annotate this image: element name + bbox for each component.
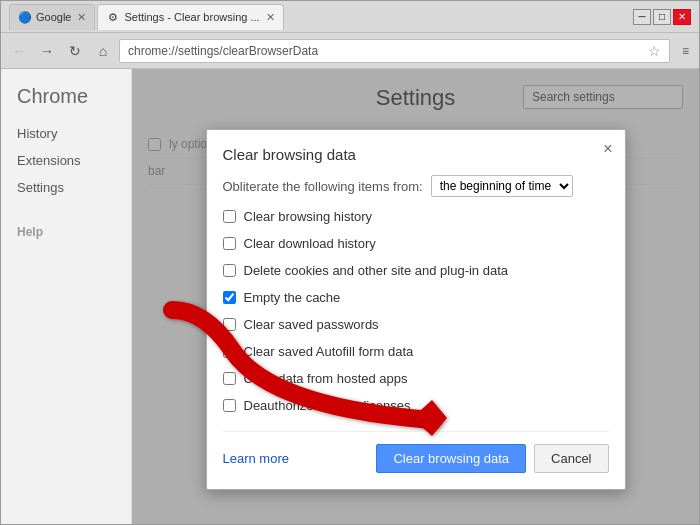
label-clear-passwords: Clear saved passwords (244, 317, 379, 332)
label-empty-cache: Empty the cache (244, 290, 341, 305)
menu-button[interactable]: ≡ (678, 42, 693, 60)
checkbox-deauthorize[interactable] (223, 399, 236, 412)
window-controls: ─ □ ✕ (633, 9, 691, 25)
clear-browsing-dialog: Clear browsing data × Obliterate the fol… (206, 129, 626, 490)
maximize-button[interactable]: □ (653, 9, 671, 25)
address-text: chrome://settings/clearBrowserData (128, 44, 644, 58)
checkbox-empty-cache[interactable] (223, 291, 236, 304)
checkbox-clear-passwords[interactable] (223, 318, 236, 331)
browser-menu-buttons: ≡ (678, 42, 693, 60)
time-range-select[interactable]: the beginning of time past hour past day… (431, 175, 573, 197)
tab-google[interactable]: 🔵 Google ✕ (9, 4, 95, 30)
time-range-row: Obliterate the following items from: the… (223, 175, 609, 197)
checkbox-clear-autofill[interactable] (223, 345, 236, 358)
sidebar-item-settings[interactable]: Settings (1, 174, 131, 201)
minimize-button[interactable]: ─ (633, 9, 651, 25)
tab-settings-label: Settings - Clear browsing ... (124, 11, 259, 23)
tab-settings[interactable]: ⚙ Settings - Clear browsing ... ✕ (97, 4, 283, 30)
dialog-title: Clear browsing data (223, 146, 609, 163)
checkbox-clear-hosted[interactable] (223, 372, 236, 385)
label-clear-hosted: Clear data from hosted apps (244, 371, 408, 386)
back-button[interactable]: ← (7, 39, 31, 63)
checkbox-row-passwords: Clear saved passwords (223, 315, 609, 334)
checkbox-row-cache: Empty the cache (223, 288, 609, 307)
dialog-close-button[interactable]: × (603, 140, 612, 158)
close-window-button[interactable]: ✕ (673, 9, 691, 25)
sidebar-title: Chrome (1, 85, 131, 120)
label-delete-cookies: Delete cookies and other site and plug-i… (244, 263, 509, 278)
forward-button[interactable]: → (35, 39, 59, 63)
bookmark-icon[interactable]: ☆ (648, 43, 661, 59)
checkbox-row-autofill: Clear saved Autofill form data (223, 342, 609, 361)
sidebar-item-extensions[interactable]: Extensions (1, 147, 131, 174)
main-panel: Settings ly optionally disable bar Clear… (131, 69, 699, 524)
tab-google-close[interactable]: ✕ (77, 11, 86, 24)
sidebar-help-label: Help (1, 217, 131, 243)
sidebar-item-history[interactable]: History (1, 120, 131, 147)
obliterate-label: Obliterate the following items from: (223, 179, 423, 194)
clear-browsing-data-button[interactable]: Clear browsing data (376, 444, 526, 473)
cancel-button[interactable]: Cancel (534, 444, 608, 473)
sidebar: Chrome History Extensions Settings Help (1, 69, 131, 524)
checkbox-row-history: Clear browsing history (223, 207, 609, 226)
checkbox-row-download: Clear download history (223, 234, 609, 253)
home-button[interactable]: ⌂ (91, 39, 115, 63)
checkbox-delete-cookies[interactable] (223, 264, 236, 277)
sidebar-nav: History Extensions Settings (1, 120, 131, 201)
tab-settings-close[interactable]: ✕ (266, 11, 275, 24)
title-bar: 🔵 Google ✕ ⚙ Settings - Clear browsing .… (1, 1, 699, 33)
checkbox-row-hosted: Clear data from hosted apps (223, 369, 609, 388)
dialog-buttons: Clear browsing data Cancel (376, 444, 608, 473)
settings-tab-icon: ⚙ (106, 10, 120, 24)
content-area: Chrome History Extensions Settings Help … (1, 69, 699, 524)
label-clear-autofill: Clear saved Autofill form data (244, 344, 414, 359)
label-clear-history: Clear browsing history (244, 209, 373, 224)
label-clear-download: Clear download history (244, 236, 376, 251)
checkbox-clear-download[interactable] (223, 237, 236, 250)
browser-frame: 🔵 Google ✕ ⚙ Settings - Clear browsing .… (0, 0, 700, 525)
dialog-footer: Learn more Clear browsing data Cancel (223, 431, 609, 473)
checkbox-row-cookies: Delete cookies and other site and plug-i… (223, 261, 609, 280)
reload-button[interactable]: ↻ (63, 39, 87, 63)
google-icon: 🔵 (18, 10, 32, 24)
checkbox-clear-history[interactable] (223, 210, 236, 223)
checkbox-row-deauth: Deauthorize content licenses (223, 396, 609, 415)
tab-google-label: Google (36, 11, 71, 23)
label-deauthorize: Deauthorize content licenses (244, 398, 411, 413)
learn-more-link[interactable]: Learn more (223, 451, 289, 466)
nav-bar: ← → ↻ ⌂ chrome://settings/clearBrowserDa… (1, 33, 699, 69)
address-bar[interactable]: chrome://settings/clearBrowserData ☆ (119, 39, 670, 63)
